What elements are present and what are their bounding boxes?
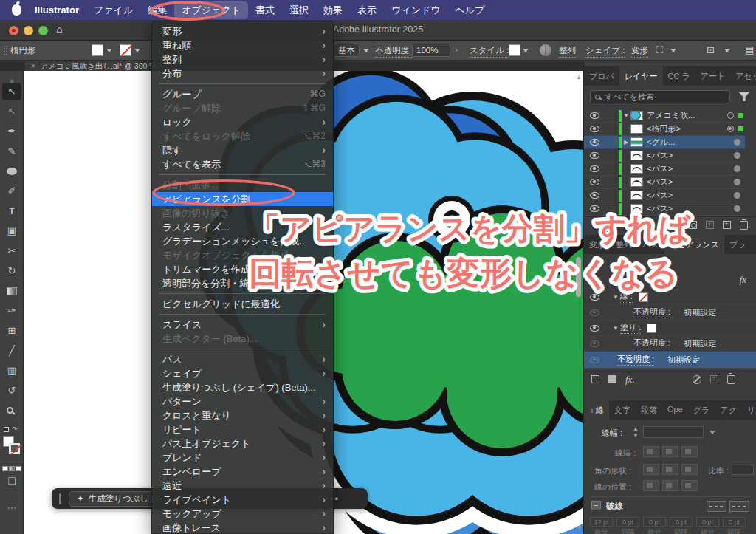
slice-tool[interactable]: ╱ (0, 342, 24, 360)
scissors-tool[interactable]: ✂ (0, 242, 24, 260)
align-center-icon[interactable] (643, 480, 659, 491)
disclosure-icon[interactable]: ▶ (622, 139, 630, 146)
menu-item[interactable]: ロック (152, 115, 333, 129)
scroll-down-icon[interactable]: ▼ (576, 524, 582, 531)
menu-item[interactable]: グループ⌘G (152, 87, 333, 101)
layer-row-selected[interactable]: ▶ <グル... (584, 136, 745, 149)
menu-item[interactable]: スライス (152, 318, 333, 332)
target-icon[interactable] (734, 152, 740, 159)
dash-preserve-icon[interactable] (707, 501, 726, 512)
stepper-icon[interactable]: ▲▼ (633, 425, 639, 439)
delete-layer-icon[interactable] (740, 221, 748, 230)
menu-item[interactable]: ブレンド (152, 451, 333, 465)
menubar-illustrator[interactable]: Illustrator (27, 2, 86, 18)
artboard-tool[interactable]: ⊞ (0, 322, 24, 340)
tab-layers[interactable]: レイヤー (619, 66, 663, 86)
menu-item[interactable]: グラデーションメッシュを作成... (152, 234, 333, 248)
tab-gradient[interactable]: グラ (688, 400, 715, 420)
style-label[interactable]: スタイル : (470, 45, 509, 58)
menu-item[interactable]: ライブペイント (152, 493, 333, 507)
transform-link[interactable]: 変形 (631, 45, 648, 58)
menu-item[interactable]: シェイプ (152, 366, 333, 380)
type-tool[interactable]: T (0, 202, 24, 220)
layer-name[interactable]: <グル... (647, 137, 675, 148)
visibility-eye-icon[interactable] (590, 139, 599, 146)
stroke-width-input[interactable] (643, 426, 704, 438)
tab-stroke[interactable]: ⇕ 線 (584, 400, 609, 420)
tab-appearance[interactable]: アピアランス (664, 235, 725, 254)
stroke-color-swatch[interactable] (120, 44, 131, 56)
draw-mode-icon[interactable]: ❏ (0, 473, 24, 490)
drag-handle-icon[interactable] (59, 493, 61, 504)
menu-item[interactable]: すべてを表示⌥⌘3 (152, 157, 333, 171)
layer-thumbnail[interactable] (630, 111, 643, 120)
align-outside-icon[interactable] (681, 480, 698, 491)
corner-miter-icon[interactable] (643, 464, 659, 475)
appearance-opacity-row-selected[interactable]: 不透明度 : 初期設定 (584, 352, 756, 369)
apple-menu-icon[interactable] (12, 4, 21, 16)
direct-selection-tool[interactable]: ↖ (0, 103, 24, 120)
menu-item[interactable]: 整列 (152, 52, 333, 66)
appearance-opacity-row[interactable]: 不透明度 : 初期設定 (584, 305, 756, 321)
visibility-eye-icon[interactable] (590, 192, 599, 199)
stroke-indicator[interactable] (9, 443, 20, 454)
dash-field[interactable]: 12 pt線分 (590, 517, 613, 534)
shape-link[interactable]: シェイプ : (585, 45, 625, 58)
isolate-chevron-icon[interactable] (724, 49, 730, 52)
menu-item-expand-appearance[interactable]: アピアランスを分割 (152, 192, 333, 206)
new-layer-icon[interactable] (723, 221, 731, 229)
ellipse-tool[interactable] (0, 162, 24, 180)
ratio-input[interactable] (732, 465, 754, 475)
layer-row[interactable]: <パス> (584, 149, 745, 162)
menu-item[interactable]: 画像トレース (152, 521, 333, 534)
appearance-stroke-row[interactable]: ▼ 線 : (584, 290, 756, 305)
visibility-eye-icon[interactable] (590, 325, 599, 332)
filter-icon[interactable] (739, 92, 749, 101)
document-setup-globe-icon[interactable] (540, 44, 551, 56)
menu-item[interactable]: ピクセルグリッドに最適化 (152, 297, 333, 311)
tab-links[interactable]: リン (742, 400, 756, 420)
target-icon[interactable] (727, 126, 734, 132)
visibility-eye-icon[interactable] (590, 205, 599, 212)
layer-name[interactable]: <パス> (647, 203, 673, 214)
stroke-row-label[interactable]: 線 : (620, 291, 633, 303)
pen-tool[interactable]: ✒ (0, 123, 24, 140)
bounding-chevron-icon[interactable] (670, 49, 676, 52)
tab-cc-libraries[interactable]: CC ラ (663, 66, 695, 86)
target-icon[interactable] (734, 192, 740, 199)
target-icon[interactable] (734, 139, 740, 146)
swap-arrow-icon[interactable]: ↷ (12, 425, 18, 433)
style-swatch[interactable] (509, 44, 520, 56)
menu-item[interactable]: リピート (152, 422, 333, 437)
free-transform-tool[interactable]: ▣ (0, 222, 24, 240)
more-tools-icon[interactable]: ⋯ (0, 499, 24, 517)
corner-bevel-icon[interactable] (681, 464, 698, 475)
duplicate-item-icon[interactable] (710, 375, 718, 383)
opacity-expand-icon[interactable]: › (455, 45, 458, 54)
canvas-vertical-scrollbar[interactable]: ▲ ▼ (576, 74, 582, 531)
fx-icon[interactable]: fx (740, 274, 746, 286)
clear-appearance-icon[interactable] (693, 375, 701, 384)
cap-butt-icon[interactable] (643, 446, 659, 457)
eyedropper-tool[interactable]: ✑ (0, 302, 24, 320)
tab-opentype[interactable]: Ope (662, 400, 688, 420)
menubar-effect[interactable]: 効果 (316, 1, 350, 19)
fill-white-swatch[interactable] (647, 324, 656, 333)
isolate-icon[interactable]: ⊡ (707, 44, 715, 55)
fill-chevron-icon[interactable] (106, 49, 112, 52)
zoom-tool[interactable] (0, 402, 24, 420)
opacity-input[interactable]: 100% (412, 44, 450, 57)
menubar-window[interactable]: ウィンドウ (384, 1, 448, 19)
layer-name[interactable]: <パス> (647, 177, 673, 188)
arrange-icon[interactable]: ▤ (745, 44, 754, 55)
add-fill-icon[interactable] (608, 375, 616, 383)
layer-thumbnail[interactable] (630, 137, 643, 147)
menu-item[interactable]: トリムマークを作成 (152, 262, 333, 276)
target-icon[interactable] (734, 165, 740, 172)
gradient-tool[interactable] (0, 282, 24, 300)
menu-item[interactable]: 生成塗りつぶし (シェイプ) (Beta)... (152, 380, 333, 394)
target-icon[interactable] (727, 112, 734, 119)
visibility-eye-icon[interactable] (590, 294, 599, 301)
document-tab[interactable]: ×アメコミ風吹き出し.ai* @ 300 % (25, 61, 162, 71)
visibility-eye-icon[interactable] (590, 112, 599, 119)
